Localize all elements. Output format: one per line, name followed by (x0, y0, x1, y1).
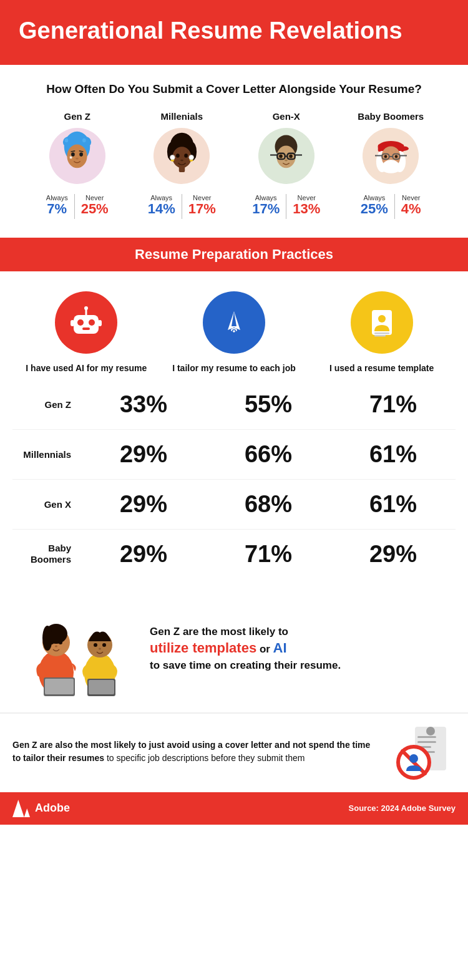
svg-rect-25 (179, 167, 185, 172)
row-label-genx: Gen X (12, 499, 81, 510)
stat-divider (394, 194, 395, 219)
svg-rect-87 (417, 736, 436, 738)
svg-point-53 (394, 155, 397, 158)
table-row-boomers: Baby Boomers 29% 71% 29% (12, 530, 456, 579)
svg-point-74 (50, 641, 54, 644)
svg-point-76 (55, 645, 57, 647)
genz-template-pct: 71% (337, 391, 449, 418)
adobe-logo-icon (12, 800, 30, 817)
data-table: Gen Z 33% 55% 71% Millennials 29% 66% 61… (0, 380, 468, 591)
promo-illustration (12, 598, 137, 700)
boomers-label: Baby Boomers (358, 111, 424, 122)
table-row-millennials: Millennials 29% 66% 61% (12, 430, 456, 480)
stat-divider (182, 194, 182, 219)
svg-point-61 (84, 306, 88, 310)
icons-row: I have used AI for my resume I tailor my… (0, 271, 468, 380)
svg-point-91 (426, 727, 435, 735)
genx-tailor-pct: 68% (212, 491, 324, 518)
svg-rect-85 (89, 680, 114, 694)
svg-point-24 (180, 160, 183, 162)
svg-point-65 (232, 329, 235, 332)
gen-z-never: Never 25% (81, 194, 109, 216)
stat-divider (74, 194, 75, 219)
svg-rect-63 (98, 320, 102, 326)
bottom-note: Gen Z are also the most likely to just a… (0, 712, 468, 792)
svg-point-9 (63, 137, 74, 147)
no-resume-icon (393, 724, 456, 780)
millennials-stats: Always 14% Never 17% (148, 194, 216, 219)
genx-item: Gen-X (240, 111, 332, 219)
cover-letter-section: How Often Do You Submit a Cover Letter A… (0, 65, 468, 231)
svg-marker-95 (12, 800, 24, 817)
svg-point-94 (409, 754, 418, 763)
row-values-genz: 33% 55% 71% (81, 391, 456, 418)
svg-point-37 (289, 155, 293, 158)
svg-point-73 (42, 626, 52, 651)
promo-line1: Gen Z are the most likely to utilize tem… (150, 624, 456, 673)
svg-rect-59 (82, 327, 90, 330)
tailor-icon-circle (203, 291, 265, 354)
svg-point-38 (285, 160, 288, 162)
boomers-stats: Always 25% Never 4% (361, 194, 421, 219)
millennials-ai-pct: 29% (87, 441, 200, 468)
svg-point-12 (82, 138, 86, 143)
promo-text: Gen Z are the most likely to utilize tem… (150, 624, 456, 673)
millennials-always: Always 14% (148, 194, 175, 216)
millennials-label: Millenials (160, 111, 203, 122)
svg-point-57 (77, 319, 84, 326)
svg-point-11 (65, 138, 69, 143)
genx-label: Gen-X (273, 111, 300, 122)
cover-letter-question: How Often Do You Submit a Cover Letter A… (19, 82, 449, 96)
svg-point-4 (80, 152, 84, 157)
svg-marker-96 (24, 808, 30, 817)
svg-point-42 (399, 147, 408, 152)
tailor-icon-label: I tailor my resume to each job (172, 362, 296, 374)
svg-line-6 (80, 151, 84, 152)
row-values-millennials: 29% 66% 61% (81, 441, 456, 468)
genz-ai-pct: 33% (87, 391, 200, 418)
header: Generational Resume Revelations (0, 0, 468, 65)
footer: Adobe Source: 2024 Adobe Survey (0, 792, 468, 825)
ai-icon-circle (55, 291, 117, 354)
genx-template-pct: 61% (337, 491, 449, 518)
boomers-tailor-pct: 71% (212, 541, 324, 568)
svg-point-83 (99, 648, 101, 649)
promo-section: Gen Z are the most likely to utilize tem… (0, 591, 468, 712)
genx-always: Always 17% (252, 194, 280, 216)
table-row-genx: Gen X 29% 68% 61% (12, 480, 456, 530)
svg-point-21 (184, 153, 188, 158)
svg-point-55 (383, 160, 399, 172)
template-icon-col: I used a resume template (315, 291, 448, 374)
ai-icon-label: I have used AI for my resume (26, 362, 147, 374)
svg-rect-78 (45, 679, 74, 694)
row-label-millennials: Millennials (12, 449, 81, 460)
gen-z-stats: Always 7% Never 25% (46, 194, 109, 219)
boomers-ai-pct: 29% (87, 541, 200, 568)
svg-point-36 (279, 155, 283, 158)
svg-point-26 (170, 155, 175, 160)
generations-row: Gen Z (19, 111, 449, 219)
millennials-template-pct: 61% (337, 441, 449, 468)
svg-point-75 (59, 641, 62, 644)
svg-point-52 (384, 155, 387, 158)
boomers-avatar (363, 128, 419, 184)
row-values-boomers: 29% 71% 29% (81, 541, 456, 568)
gen-z-always: Always 7% (46, 194, 68, 216)
gen-z-label: Gen Z (64, 111, 90, 122)
prep-banner-title: Resume Preparation Practices (12, 246, 456, 263)
genx-never: Never 13% (293, 194, 320, 216)
tailor-icon-col: I tailor my resume to each job (167, 291, 300, 374)
millennials-tailor-pct: 66% (212, 441, 324, 468)
boomers-never: Never 4% (401, 194, 421, 216)
svg-point-58 (89, 319, 95, 326)
ai-icon-col: I have used AI for my resume (20, 291, 153, 374)
footer-source: Source: 2024 Adobe Survey (349, 803, 456, 813)
boomers-item: Baby Boomers (345, 111, 437, 219)
svg-line-5 (71, 151, 75, 152)
boomers-always: Always 25% (361, 194, 388, 216)
svg-point-67 (378, 315, 386, 323)
prep-banner: Resume Preparation Practices (0, 238, 468, 271)
millennials-item: Millenials (136, 111, 228, 219)
gen-z-item: Gen Z (31, 111, 123, 219)
svg-rect-88 (417, 741, 436, 743)
